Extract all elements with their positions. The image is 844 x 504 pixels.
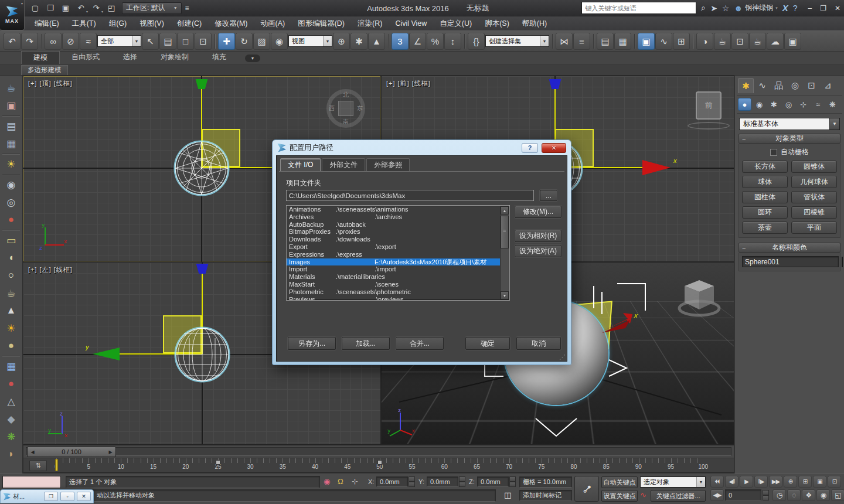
Downloads[interactable]: Downloads .\downloads xyxy=(287,236,509,243)
ribbon-tab[interactable]: 选择 xyxy=(111,51,149,64)
set-key-button[interactable]: 设置关键点 xyxy=(601,490,638,502)
menu-item[interactable]: 修改器(M) xyxy=(208,16,254,30)
ribbon-tab[interactable]: 对象绘制 xyxy=(149,51,200,64)
primitive-category-dropdown[interactable]: 标准基本体▼ xyxy=(739,118,840,130)
search-icon[interactable]: ⌕ xyxy=(701,3,706,13)
ring-primitive-icon[interactable]: ○ xyxy=(1,267,21,284)
minimize-button[interactable]: – xyxy=(808,4,812,12)
goto-end-button[interactable]: ▶▶ xyxy=(769,476,782,488)
maxscript-mini-listener[interactable] xyxy=(2,476,61,488)
cancel-button[interactable]: 取消 xyxy=(516,337,561,350)
reference-coordinate-dropdown[interactable]: 视图 xyxy=(288,33,332,50)
cameras-icon[interactable]: ◎ xyxy=(782,98,795,111)
spinner-snap-icon[interactable]: ↕ xyxy=(444,33,461,50)
rendered-frame-icon[interactable]: ⊡ xyxy=(731,33,748,50)
Photometric[interactable]: Photometric .\sceneassets\photometric xyxy=(287,288,509,296)
select-and-move-icon[interactable]: ✚ xyxy=(218,33,235,50)
key-filters-button[interactable]: 关键点过滤器... xyxy=(651,490,706,502)
select-by-name-icon[interactable]: ▤ xyxy=(159,33,176,50)
use-pivot-center-icon[interactable]: ⊕ xyxy=(333,33,350,50)
object-color-swatch[interactable] xyxy=(842,257,843,267)
maximize-icon[interactable]: ▫ xyxy=(60,492,74,501)
snap-3d-icon[interactable]: 3 xyxy=(392,33,409,50)
menu-item[interactable]: 工具(T) xyxy=(66,16,103,30)
primitive-button[interactable]: 圆柱体 xyxy=(742,191,788,203)
new-scene-icon[interactable]: ▢ xyxy=(28,2,42,15)
favorites-star-icon[interactable]: ☆ xyxy=(722,4,730,13)
primitive-button[interactable]: 球体 xyxy=(742,176,788,188)
tab-create[interactable]: ✱ xyxy=(738,78,754,93)
primitive-button[interactable]: 长方体 xyxy=(742,161,788,173)
cone-primitive-icon[interactable]: ▲ xyxy=(1,302,21,319)
object-name-input[interactable] xyxy=(742,256,839,267)
dialog-tab[interactable]: 外部参照 xyxy=(366,158,410,171)
open-file-icon[interactable]: ❒ xyxy=(43,2,57,15)
Previews[interactable]: Previews .\previews xyxy=(287,296,509,301)
Materials[interactable]: Materials .\materiallibraries xyxy=(287,273,509,281)
keyframe-marker-0[interactable] xyxy=(55,459,58,471)
camera-rig-icon[interactable]: ◉ xyxy=(1,176,21,193)
keyframe-marker-50[interactable] xyxy=(377,460,382,465)
x-spinner[interactable] xyxy=(409,476,415,487)
Export[interactable]: Export .\export xyxy=(287,243,509,251)
workspace-menu-icon[interactable]: ≡ xyxy=(185,4,189,12)
render-setup-icon[interactable]: ☕ xyxy=(714,33,731,50)
next-frame-button[interactable]: ‖▶ xyxy=(754,476,768,488)
percent-snap-icon[interactable]: % xyxy=(427,33,444,50)
unlink-selection-icon[interactable]: ⊘ xyxy=(62,33,79,50)
selection-region-icon[interactable]: ◌ xyxy=(787,489,801,501)
viewcube[interactable]: 前 xyxy=(696,91,730,130)
primitive-button[interactable]: 管状体 xyxy=(791,191,837,203)
align-icon[interactable]: ≡ xyxy=(573,33,590,50)
AutoBackup[interactable]: AutoBackup .\autoback xyxy=(287,221,509,229)
menu-item[interactable]: 图形编辑器(D) xyxy=(291,16,351,30)
Images[interactable]: Images E:\Autodesk3dsMax2010课程项目\素材 xyxy=(287,258,501,266)
dialog-close-button[interactable]: ✕ xyxy=(542,143,566,153)
key-mode-toggle[interactable]: ◀▶ xyxy=(710,489,724,501)
load-button[interactable]: 加载... xyxy=(342,337,390,350)
frame-spinner[interactable] xyxy=(763,490,769,500)
restore-icon[interactable]: ❐ xyxy=(44,492,58,501)
prev-frame-button[interactable]: ◀‖ xyxy=(725,476,738,488)
curve-editor-icon[interactable]: ∿ xyxy=(655,33,672,50)
film-camera-icon[interactable]: ● xyxy=(1,211,21,229)
selection-lock-icon[interactable]: Ω xyxy=(338,477,343,486)
zoom-icon[interactable]: ⊕ xyxy=(784,476,797,488)
select-and-rotate-icon[interactable]: ↻ xyxy=(236,33,253,50)
communication-center-icon[interactable]: ➤ xyxy=(710,4,717,13)
minimized-material-editor[interactable]: 材... ❐ ▫ ✕ xyxy=(0,489,94,503)
track-view-icon[interactable]: ▦ xyxy=(1,135,21,152)
render-preview-icon[interactable]: ▣ xyxy=(1,97,21,114)
left-toolbar-icon[interactable] xyxy=(2,355,20,357)
sphere-primitive-icon[interactable]: ● xyxy=(1,337,21,355)
time-slider-track[interactable] xyxy=(26,447,731,456)
redo-quick-icon[interactable]: ↷ xyxy=(89,2,103,15)
next-frame-arrow[interactable]: ▶ xyxy=(106,449,115,455)
polygon-modeling-tab[interactable]: 多边形建模 xyxy=(21,65,68,75)
geometry-icon[interactable]: ● xyxy=(738,98,751,111)
teapot-primitive-icon[interactable]: ☕ xyxy=(1,284,21,302)
capsule-primitive-icon[interactable]: ● xyxy=(1,375,21,393)
left-toolbar-icon[interactable] xyxy=(2,229,20,231)
make-absolute-button[interactable]: 设为绝对(A) xyxy=(515,245,561,257)
absolute-offset-mode-icon[interactable]: ⊹ xyxy=(352,477,358,486)
help-search-input[interactable] xyxy=(581,2,696,14)
left-toolbar-icon[interactable] xyxy=(2,114,20,117)
viewcube-compass[interactable]: 北东 南西 xyxy=(326,89,365,128)
menu-item[interactable]: 脚本(S) xyxy=(478,16,516,30)
tab-hierarchy[interactable]: 品 xyxy=(771,78,787,93)
list-scrollbar[interactable]: ▲ ▼ xyxy=(500,206,509,299)
lights-icon[interactable]: ✱ xyxy=(767,98,781,111)
ok-button[interactable]: 确定 xyxy=(465,337,510,350)
pan-icon[interactable]: ❖ xyxy=(802,489,815,501)
redo-icon[interactable]: ↷ xyxy=(21,33,38,50)
tab-display[interactable]: ⊡ xyxy=(804,78,819,93)
toolbar-button[interactable] xyxy=(550,33,555,50)
close-button[interactable]: ✕ xyxy=(835,4,840,12)
sun-light-icon[interactable]: ☀ xyxy=(1,319,21,337)
maximize-viewport-icon[interactable]: ◱ xyxy=(831,489,844,501)
help-icon[interactable]: ? xyxy=(793,4,798,13)
Expressions[interactable]: Expressions .\express xyxy=(287,251,509,258)
plane-primitive-icon[interactable]: ▭ xyxy=(1,231,21,249)
undo-icon[interactable]: ↶ xyxy=(4,33,21,50)
